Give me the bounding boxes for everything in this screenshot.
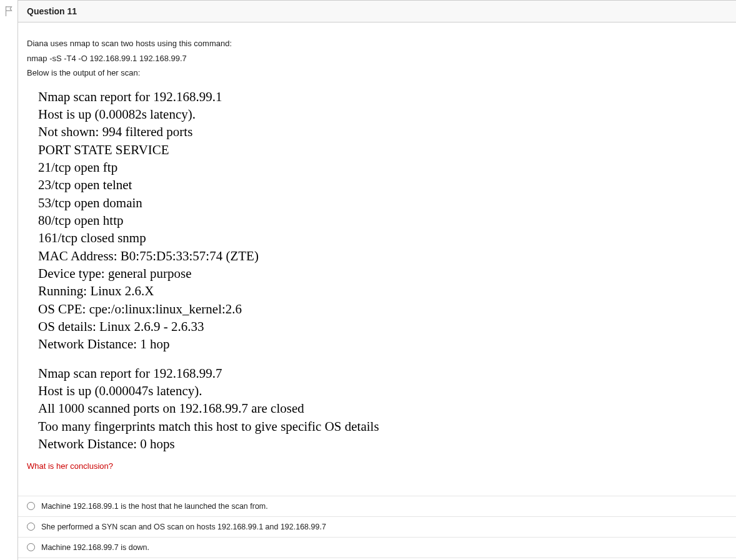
report-line: Network Distance: 0 hops	[38, 435, 727, 453]
report-line: 53/tcp open domain	[38, 194, 727, 212]
report-line: Running: Linux 2.6.X	[38, 282, 727, 300]
report-line: Not shown: 994 filtered ports	[38, 123, 727, 140]
answer-label-c[interactable]: Machine 192.168.99.7 is down.	[41, 543, 149, 552]
flag-icon[interactable]	[2, 4, 15, 19]
answer-option-b[interactable]: She performed a SYN scan and OS scan on …	[18, 517, 736, 538]
report-line: 80/tcp open http	[38, 212, 727, 229]
report-line: Host is up (0.000047s latency).	[38, 382, 727, 400]
report-line: MAC Address: B0:75:D5:33:57:74 (ZTE)	[38, 247, 727, 265]
report-line: 23/tcp open telnet	[38, 176, 727, 194]
report-line: Nmap scan report for 192.168.99.7	[38, 365, 727, 382]
question-header: Question 11	[18, 0, 736, 22]
report-line: OS CPE: cpe:/o:linux:linux_kernel:2.6	[38, 300, 727, 318]
report-line: OS details: Linux 2.6.9 - 2.6.33	[38, 318, 727, 335]
intro-line-1: Diana uses nmap to scan two hosts using …	[27, 37, 727, 50]
report-line: Host is up (0.00082s latency).	[38, 106, 727, 123]
question-prompt: What is her conclusion?	[27, 460, 727, 473]
radio-a[interactable]	[27, 502, 35, 510]
report-line: Device type: general purpose	[38, 265, 727, 282]
radio-c[interactable]	[27, 543, 35, 551]
answer-list: Machine 192.168.99.1 is the host that he…	[18, 496, 736, 560]
answer-option-a[interactable]: Machine 192.168.99.1 is the host that he…	[18, 496, 736, 517]
report-line: 21/tcp open ftp	[38, 159, 727, 176]
radio-b[interactable]	[27, 523, 35, 531]
report-line: All 1000 scanned ports on 192.168.99.7 a…	[38, 400, 727, 417]
report-line: Too many fingerprints match this host to…	[38, 418, 727, 435]
report-line: 161/tcp closed snmp	[38, 229, 727, 247]
question-body: Diana uses nmap to scan two hosts using …	[18, 22, 736, 486]
question-title: Question 11	[27, 6, 77, 16]
scan-output-host1: Nmap scan report for 192.168.99.1 Host i…	[38, 88, 727, 453]
report-line: Nmap scan report for 192.168.99.1	[38, 88, 727, 106]
answer-label-a[interactable]: Machine 192.168.99.1 is the host that he…	[41, 502, 268, 511]
intro-line-2: Below is the output of her scan:	[27, 67, 727, 79]
answer-option-c[interactable]: Machine 192.168.99.7 is down.	[18, 538, 736, 558]
report-line: Network Distance: 1 hop	[38, 335, 727, 353]
report-line: PORT STATE SERVICE	[38, 141, 727, 159]
answer-label-b[interactable]: She performed a SYN scan and OS scan on …	[41, 523, 326, 531]
intro-command: nmap -sS -T4 -O 192.168.99.1 192.168.99.…	[27, 52, 727, 65]
